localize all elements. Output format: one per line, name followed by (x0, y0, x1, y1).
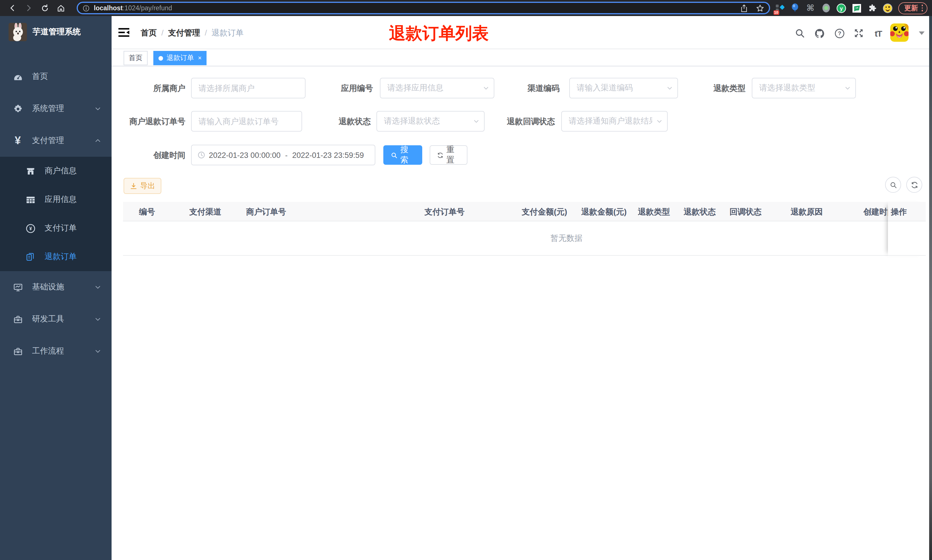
breadcrumb: 首页/支付管理/退款订单 (141, 28, 244, 38)
show-search-toggle-button[interactable] (885, 177, 901, 193)
sidebar-item-app-info[interactable]: 应用信息 (0, 185, 112, 214)
refresh-table-button[interactable] (906, 177, 922, 193)
payment-submenu: 商户信息 应用信息 ¥ 支付订单 退款订单 (0, 157, 112, 271)
browser-update-button[interactable]: 更新 (898, 2, 927, 14)
address-bar[interactable]: localhost:1024/pay/refund (77, 2, 770, 14)
sidebar-item-workflow[interactable]: 工作流程 (0, 335, 112, 367)
refresh-icon (910, 181, 918, 188)
sidebar-item-merchant-info[interactable]: 商户信息 (0, 157, 112, 185)
app-title: 芋道管理系统 (32, 27, 81, 37)
sidebar-item-system[interactable]: 系统管理 (0, 93, 112, 125)
breadcrumb-section[interactable]: 支付管理 (168, 28, 200, 37)
filter-label-app: 应用编号 (298, 78, 373, 98)
search-button[interactable]: 搜索 (383, 145, 422, 165)
merchant-input[interactable] (191, 78, 306, 98)
help-question-icon[interactable]: ? (834, 28, 845, 39)
sidebar-item-label: 首页 (32, 71, 48, 82)
date-end[interactable]: 2022-01-23 23:59:59 (292, 151, 364, 159)
tab-refund-order[interactable]: 退款订单 × (153, 51, 207, 65)
chevron-down-icon (94, 316, 101, 323)
tab-close-icon[interactable]: × (198, 55, 201, 61)
header-search-icon[interactable] (794, 28, 806, 39)
dashboard-icon (12, 71, 23, 82)
col-refund-reason: 退款原因 (791, 202, 823, 222)
reset-button[interactable]: 重置 (430, 145, 468, 165)
sidebar-item-infra[interactable]: 基础设施 (0, 271, 112, 303)
col-refund-status: 退款状态 (684, 202, 716, 222)
sidebar-item-label: 研发工具 (32, 314, 64, 324)
breadcrumb-home[interactable]: 首页 (141, 28, 157, 37)
url-text: localhost:1024/pay/refund (94, 5, 172, 11)
sidebar-item-home[interactable]: 首页 (0, 61, 112, 93)
app-select[interactable]: 请选择应用信息 (380, 78, 494, 98)
svg-text:?: ? (838, 30, 841, 36)
user-avatar[interactable] (890, 23, 909, 42)
sidebar-item-dev-tools[interactable]: 研发工具 (0, 303, 112, 335)
tab-home[interactable]: 首页 (124, 51, 148, 65)
logo-rabbit-avatar (9, 23, 27, 41)
filter-label-channel: 渠道编码 (485, 78, 560, 98)
github-icon[interactable] (814, 28, 825, 39)
filter-label-refund-status: 退款状态 (296, 111, 371, 132)
tags-view-bar: 首页 退款订单 × (112, 49, 929, 66)
sidebar-item-refund-order[interactable]: 退款订单 (0, 243, 112, 271)
breadcrumb-current: 退款订单 (212, 28, 244, 37)
extension-pin-icon[interactable]: 10 (774, 3, 785, 13)
export-button[interactable]: 导出 (124, 178, 161, 194)
download-icon (130, 182, 137, 189)
extension-green-dot-icon[interactable] (821, 3, 831, 13)
sidebar: 芋道管理系统 首页 系统管理 ¥ 支付管理 商户信息 (0, 16, 112, 560)
extension-y-icon[interactable]: y (836, 3, 846, 13)
table-empty-row: 暂无数据 (123, 222, 926, 256)
sidebar-item-label: 商户信息 (45, 166, 77, 176)
sidebar-fold-icon[interactable] (118, 28, 129, 38)
profile-emoji-icon[interactable] (883, 3, 893, 13)
avatar-caret-icon[interactable] (919, 31, 924, 35)
date-separator: - (285, 151, 288, 159)
notify-status-select[interactable]: 请选择通知商户退款结果的 (561, 111, 667, 132)
gear-icon (12, 103, 23, 114)
extensions-puzzle-icon[interactable] (867, 3, 877, 13)
sidebar-logo[interactable]: 芋道管理系统 (0, 16, 112, 48)
refund-status-select[interactable]: 请选择退款状态 (377, 111, 484, 132)
create-time-range-picker[interactable]: 2022-01-23 00:00:00 - 2022-01-23 23:59:5… (191, 145, 375, 165)
col-create-time: 创建时间 (863, 202, 888, 222)
shop-icon (25, 166, 35, 176)
select-placeholder: 请选择退款状态 (384, 116, 469, 126)
refresh-icon (437, 151, 443, 159)
bookmark-star-icon[interactable] (756, 4, 764, 12)
font-size-icon[interactable]: tT (871, 28, 885, 39)
extension-command-icon[interactable]: ⌘ (805, 3, 815, 13)
channel-select[interactable]: 请输入渠道编码 (569, 78, 678, 98)
share-icon[interactable] (740, 4, 748, 12)
sidebar-item-label: 支付订单 (45, 223, 77, 233)
browser-reload-icon[interactable] (38, 1, 51, 15)
filter-label-merchant-refund-no: 商户退款订单号 (111, 111, 185, 132)
date-start[interactable]: 2022-01-23 00:00:00 (209, 151, 281, 159)
sidebar-item-label: 退款订单 (45, 252, 77, 262)
col-callback-status: 回调状态 (729, 202, 761, 222)
refund-type-select[interactable]: 请选择退款类型 (752, 78, 856, 98)
browser-home-icon[interactable] (54, 1, 68, 15)
yen-icon: ¥ (12, 135, 23, 146)
browser-menu-icon[interactable] (921, 5, 923, 11)
document-copy-icon (25, 252, 35, 262)
browser-forward-icon[interactable] (22, 1, 35, 15)
navbar: 首页/支付管理/退款订单 退款订单列表 ? tT (112, 16, 929, 49)
fullscreen-icon[interactable] (853, 28, 864, 39)
extension-badge: 10 (773, 10, 779, 15)
export-label: 导出 (140, 181, 155, 191)
browser-back-icon[interactable] (6, 1, 20, 15)
site-info-icon[interactable] (82, 4, 90, 12)
filter-label-refund-type: 退款类型 (671, 78, 746, 98)
sidebar-item-pay-order[interactable]: ¥ 支付订单 (0, 214, 112, 243)
filter-label-notify-status: 退款回调状态 (481, 111, 555, 132)
sidebar-item-payment[interactable]: ¥ 支付管理 (0, 125, 112, 157)
tab-label: 退款订单 (166, 53, 194, 63)
merchant-refund-no-input[interactable] (191, 111, 302, 132)
extension-balloon-icon[interactable] (790, 3, 800, 13)
extension-chat-icon[interactable] (852, 3, 862, 13)
table-fixed-action-column: 操作 (888, 202, 926, 256)
empty-text: 暂无数据 (551, 233, 583, 244)
toolbox-icon (12, 314, 23, 324)
